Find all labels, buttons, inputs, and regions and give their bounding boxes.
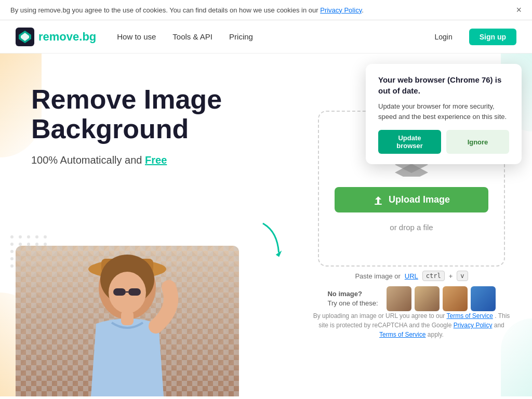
- svg-rect-14: [121, 311, 134, 325]
- nav-how-to-use[interactable]: How to use: [117, 32, 156, 41]
- browser-popup-actions: Update browser Ignore: [378, 130, 509, 154]
- browser-popup-body: Update your browser for more security, s…: [378, 101, 509, 122]
- hero-subtitle: 100% Automatically and Free: [31, 154, 270, 166]
- logo-icon: [16, 28, 34, 46]
- sample-thumb-car[interactable]: [471, 286, 496, 311]
- browser-popup-title: Your web browser (Chrome 76) is out of d…: [378, 74, 509, 96]
- ignore-button[interactable]: Ignore: [446, 130, 509, 154]
- right-panel: Upload Image or drop a file Paste image …: [291, 54, 532, 396]
- woman-svg: [16, 246, 239, 396]
- logo[interactable]: remove.bg: [16, 28, 96, 46]
- sample-thumb-bread[interactable]: [443, 286, 468, 311]
- main-nav: How to use Tools & API Pricing: [117, 32, 424, 41]
- left-panel: Remove Image Background 100% Automatical…: [0, 54, 291, 396]
- logo-text: remove.bg: [38, 30, 96, 44]
- cookie-banner: By using remove.bg you agree to the use …: [0, 0, 532, 20]
- cookie-close-button[interactable]: ×: [516, 5, 522, 15]
- kbd-v: v: [457, 271, 468, 281]
- terms-of-service-link-2[interactable]: Terms of Service: [379, 331, 425, 338]
- drop-text: or drop a file: [390, 223, 433, 232]
- paste-row: Paste image or URL ctrl + v: [355, 271, 468, 281]
- sample-thumb-dog[interactable]: [415, 286, 440, 311]
- sample-images-row: No image? Try one of these:: [327, 286, 495, 311]
- url-link[interactable]: URL: [405, 272, 418, 280]
- hero-figure: [16, 246, 239, 396]
- upload-image-button[interactable]: Upload Image: [335, 187, 488, 212]
- hero-image: [16, 246, 239, 396]
- svg-rect-19: [375, 204, 382, 205]
- privacy-policy-link[interactable]: Privacy Policy: [454, 322, 493, 329]
- header: remove.bg How to use Tools & API Pricing…: [0, 20, 532, 54]
- terms-of-service-link-1[interactable]: Terms of Service: [447, 312, 493, 320]
- svg-rect-12: [128, 288, 141, 296]
- sample-label: No image? Try one of these:: [327, 289, 378, 308]
- cookie-text: By using remove.bg you agree to the use …: [10, 6, 364, 14]
- svg-rect-11: [113, 288, 126, 296]
- header-actions: Login Sign up: [424, 29, 516, 45]
- signup-button[interactable]: Sign up: [469, 29, 516, 45]
- terms-text: By uploading an image or URL you agree t…: [313, 311, 510, 339]
- nav-tools-api[interactable]: Tools & API: [172, 32, 212, 41]
- hero-title: Remove Image Background: [31, 85, 270, 144]
- sample-thumb-woman[interactable]: [387, 286, 411, 311]
- upload-icon: [373, 195, 383, 205]
- login-button[interactable]: Login: [424, 29, 462, 45]
- kbd-ctrl: ctrl: [422, 271, 445, 281]
- sample-thumbs: [387, 286, 496, 311]
- cookie-privacy-link[interactable]: Privacy Policy: [320, 6, 362, 14]
- update-browser-button[interactable]: Update browser: [378, 130, 441, 154]
- browser-update-popup: Your web browser (Chrome 76) is out of d…: [366, 64, 522, 164]
- main-content: Remove Image Background 100% Automatical…: [0, 54, 532, 396]
- nav-pricing[interactable]: Pricing: [229, 32, 253, 41]
